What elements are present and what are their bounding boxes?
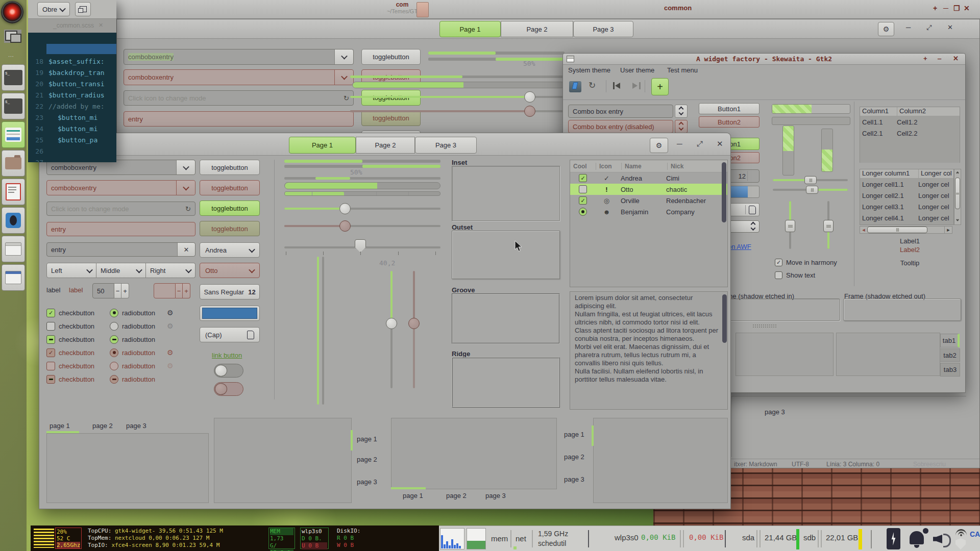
checkbox-checked[interactable]: ✓ [46, 309, 55, 317]
refresh-icon[interactable]: ↻ [344, 94, 349, 102]
front-font-button[interactable]: Sans Regular12 [200, 284, 260, 299]
scroll-thumb[interactable] [955, 178, 960, 209]
slider-handle[interactable] [823, 220, 834, 232]
front-togglebutton-1[interactable]: togglebutton [200, 160, 260, 175]
tree-scrollbar[interactable] [722, 162, 726, 222]
front-maximize-button[interactable]: ⤢ [697, 139, 703, 148]
back-maximize-button[interactable]: ⤢ [926, 23, 932, 32]
gtk2-vslider-2[interactable] [823, 201, 834, 249]
battery-icon[interactable] [887, 528, 900, 549]
front-tab-page1[interactable]: Page 1 [289, 137, 356, 154]
slider-handle[interactable] [785, 220, 795, 232]
col-header[interactable]: Longer column1 [860, 169, 919, 178]
gtk2-shade-button[interactable]: + [923, 55, 927, 62]
front-textview[interactable]: Lorem ipsum dolor sit amet, consectetur … [570, 291, 728, 410]
table-row[interactable]: Cell2.1Cell2.2 [860, 128, 960, 139]
dock-text-editor[interactable] [2, 179, 25, 205]
nbC-tab-page2[interactable]: page 2 [446, 492, 467, 499]
shield-icon[interactable] [955, 538, 966, 549]
cpu-freq-item[interactable]: 1,59 GHz schedutil [538, 529, 568, 548]
dock-window-app-2[interactable] [2, 264, 25, 291]
scroll-right-icon[interactable]: ▸ [944, 227, 952, 233]
front-tab-page3[interactable]: Page 3 [415, 137, 477, 154]
front-color-button[interactable] [200, 306, 260, 321]
back-tab-page2[interactable]: Page 2 [501, 21, 573, 37]
back-comboboxentry[interactable]: comboboxentry [124, 49, 354, 65]
gtk2-vscrollbar[interactable] [954, 169, 961, 225]
scroll-thumb[interactable] [867, 227, 927, 233]
editor-code-area[interactable]: 18 19 20 21 22 23 24 25 26 27 $asset_suf… [28, 33, 116, 162]
combo-middle[interactable]: Middle [96, 263, 146, 278]
table-row[interactable]: Longer cell2.1Longer cel [860, 190, 953, 201]
dropdown-button[interactable] [334, 49, 353, 64]
nbB-tab-page2[interactable]: page 2 [357, 456, 377, 463]
menu-system-theme[interactable]: System theme [568, 66, 610, 74]
editor-tab-label[interactable]: _common.scss [53, 22, 94, 29]
combo-right[interactable]: Right [146, 263, 195, 278]
table-row[interactable]: Longer cell4.1Longer cel [860, 212, 953, 223]
tree-header[interactable]: Cool Icon Name Nick [570, 160, 727, 172]
table-body[interactable]: Longer cell1.1Longer cel Longer cell2.1L… [860, 179, 953, 225]
front-combobox-andrea[interactable]: Andrea [200, 242, 260, 258]
gtk2-close-button[interactable]: ✕ [953, 55, 959, 62]
front-entry-clearable[interactable]: entry ✕ [46, 242, 195, 257]
wifi-icon[interactable] [955, 529, 967, 537]
nbB-tab-page3[interactable]: page 3 [357, 478, 377, 486]
dock-menu-hal-eye[interactable] [1, 1, 23, 23]
front-slider-1[interactable] [284, 203, 440, 215]
first-icon[interactable] [613, 82, 621, 89]
slider-shield-handle[interactable] [355, 239, 366, 253]
gtk2-button1[interactable]: Button1 [699, 103, 760, 114]
gtk2-tab3[interactable]: tab3 [940, 363, 960, 377]
gtk2-check-harmony[interactable]: ✓ Move in harmony [775, 259, 837, 266]
gtk2-tab2[interactable]: tab2 [940, 348, 960, 362]
dock-handle[interactable]: ⋯ [8, 53, 14, 60]
gtk2-combo-entry[interactable]: Combo box entry [568, 105, 673, 118]
gtk2-table2[interactable]: Longer column1 Longer col Longer cell1.1… [860, 169, 954, 225]
keyboard-layout[interactable]: CA [970, 530, 980, 538]
checkbox-mixed[interactable] [46, 335, 55, 344]
tree-row[interactable]: ✓ ✓ Andrea Cimi [570, 172, 727, 184]
dropdown-button[interactable] [176, 160, 195, 174]
gtk2-hslider-1[interactable] [773, 176, 848, 184]
dock-terminal-2[interactable]: $_ [2, 93, 25, 119]
back-minimize-button[interactable]: ─ [906, 23, 911, 31]
gtk2-table1[interactable]: Column1 Column2 Cell1.1Cell1.2 Cell2.1Ce… [860, 107, 960, 163]
checkbox-checked[interactable]: ✓ [579, 196, 587, 205]
back-slider-1[interactable] [350, 91, 565, 103]
table-row[interactable]: Longer cell1.1Longer cel [860, 179, 953, 190]
add-button[interactable]: + [651, 78, 669, 95]
combo-left[interactable]: Left [46, 263, 96, 278]
checkbox-unchecked[interactable] [775, 271, 782, 279]
slider-handle[interactable] [386, 318, 397, 329]
col-header[interactable]: Longer col [919, 169, 952, 178]
col-header[interactable]: Column2 [897, 107, 926, 116]
open-icon[interactable] [569, 81, 581, 92]
shade-button[interactable]: + [933, 4, 937, 12]
tab-close-icon[interactable]: ✕ [99, 22, 103, 29]
nbA-tab-page1[interactable]: page 1 [50, 422, 70, 430]
front-close-button[interactable]: ✕ [717, 139, 723, 148]
back-icon-entry[interactable]: Click icon to change mode ↻ [124, 90, 354, 106]
new-window-button[interactable] [75, 2, 91, 16]
front-vscale-grey[interactable] [322, 257, 324, 405]
front-togglebutton-3[interactable]: togglebutton [200, 201, 260, 216]
front-minimize-button[interactable]: ─ [677, 139, 682, 148]
back-togglebutton-1[interactable]: togglebutton [361, 49, 421, 65]
back-tab-page3[interactable]: Page 3 [573, 21, 633, 37]
front-treeview[interactable]: Cool Icon Name Nick ✓ ✓ Andrea Cimi ! Ot… [570, 160, 728, 287]
clear-icon[interactable]: ✕ [177, 243, 195, 256]
back-tab-page1[interactable]: Page 1 [439, 21, 501, 37]
radio-selected[interactable] [110, 309, 118, 317]
slider-handle[interactable] [524, 91, 535, 103]
scroll-up-icon[interactable] [956, 171, 959, 174]
gtk2-combo-spinner[interactable] [675, 105, 688, 118]
tree-row[interactable]: ✓ ◎ Orville Redenbacher [570, 195, 727, 206]
front-spinbutton[interactable]: 50 − + [92, 283, 129, 298]
dock-blue-app[interactable] [2, 207, 25, 234]
gtk2-check-showtext[interactable]: Show text [775, 271, 815, 279]
dock-file-manager[interactable] [2, 150, 25, 177]
gtk2-tab1[interactable]: tab1 [940, 334, 960, 347]
gtk2-minimize-button[interactable]: ‒ [938, 55, 941, 62]
front-vslider-1[interactable] [384, 271, 399, 388]
